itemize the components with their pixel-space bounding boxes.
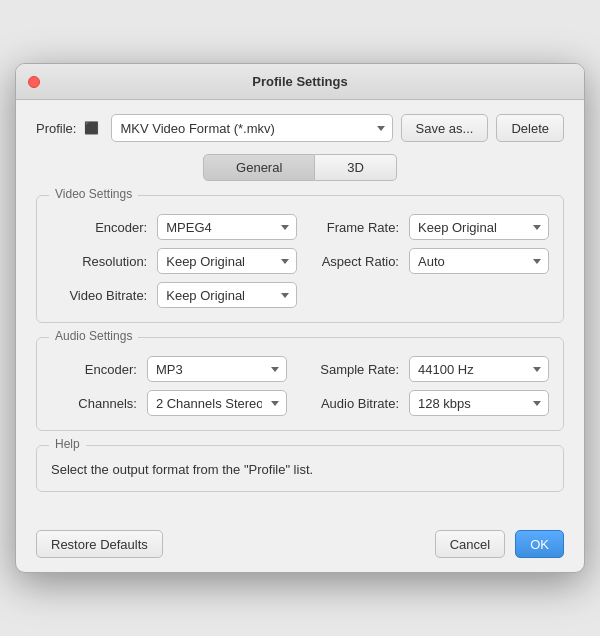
tabs-row: General 3D xyxy=(36,154,564,181)
channels-select[interactable]: 2 Channels Stereo xyxy=(147,390,287,416)
audio-settings-section: Audio Settings Encoder: MP3 Sample Rate:… xyxy=(36,337,564,431)
sample-rate-label: Sample Rate: xyxy=(293,362,403,377)
video-bitrate-label: Video Bitrate: xyxy=(51,288,151,303)
encoder-label: Encoder: xyxy=(51,220,151,235)
tab-3d[interactable]: 3D xyxy=(315,154,397,181)
profile-dropdown[interactable]: MKV Video Format (*.mkv) xyxy=(111,114,392,142)
sample-rate-select[interactable]: 44100 Hz xyxy=(409,356,549,382)
delete-button[interactable]: Delete xyxy=(496,114,564,142)
help-title: Help xyxy=(49,437,86,451)
bottom-right: Cancel OK xyxy=(435,530,564,558)
audio-settings-grid: Encoder: MP3 Sample Rate: 44100 Hz Chann… xyxy=(51,356,549,416)
profile-select-wrap: MKV Video Format (*.mkv) xyxy=(111,114,392,142)
aspect-ratio-label: Aspect Ratio: xyxy=(303,254,403,269)
titlebar: Profile Settings xyxy=(16,64,584,100)
bottom-bar: Restore Defaults Cancel OK xyxy=(16,520,584,572)
cancel-button[interactable]: Cancel xyxy=(435,530,505,558)
tab-general[interactable]: General xyxy=(203,154,315,181)
channels-label: Channels: xyxy=(51,396,141,411)
video-settings-grid: Encoder: MPEG4 Frame Rate: Keep Original… xyxy=(51,214,549,308)
resolution-label: Resolution: xyxy=(51,254,151,269)
profile-label: Profile: xyxy=(36,121,76,136)
window-title: Profile Settings xyxy=(252,74,347,89)
audio-bitrate-select[interactable]: 128 kbps xyxy=(409,390,549,416)
help-text: Select the output format from the "Profi… xyxy=(51,462,549,477)
video-settings-title: Video Settings xyxy=(49,187,138,201)
frame-rate-label: Frame Rate: xyxy=(303,220,403,235)
profile-row: Profile: ⬛ MKV Video Format (*.mkv) Save… xyxy=(36,114,564,142)
video-settings-section: Video Settings Encoder: MPEG4 Frame Rate… xyxy=(36,195,564,323)
save-as-button[interactable]: Save as... xyxy=(401,114,489,142)
audio-encoder-select[interactable]: MP3 xyxy=(147,356,287,382)
audio-settings-title: Audio Settings xyxy=(49,329,138,343)
resolution-select[interactable]: Keep Original xyxy=(157,248,297,274)
frame-rate-select[interactable]: Keep Original xyxy=(409,214,549,240)
ok-button[interactable]: OK xyxy=(515,530,564,558)
video-bitrate-select[interactable]: Keep Original xyxy=(157,282,297,308)
close-button[interactable] xyxy=(28,76,40,88)
audio-bitrate-label: Audio Bitrate: xyxy=(293,396,403,411)
main-content: Profile: ⬛ MKV Video Format (*.mkv) Save… xyxy=(16,100,584,520)
profile-settings-window: Profile Settings Profile: ⬛ MKV Video Fo… xyxy=(15,63,585,573)
aspect-ratio-select[interactable]: Auto xyxy=(409,248,549,274)
encoder-select[interactable]: MPEG4 xyxy=(157,214,297,240)
audio-encoder-label: Encoder: xyxy=(51,362,141,377)
restore-defaults-button[interactable]: Restore Defaults xyxy=(36,530,163,558)
help-section: Help Select the output format from the "… xyxy=(36,445,564,492)
profile-icon: ⬛ xyxy=(84,121,99,135)
